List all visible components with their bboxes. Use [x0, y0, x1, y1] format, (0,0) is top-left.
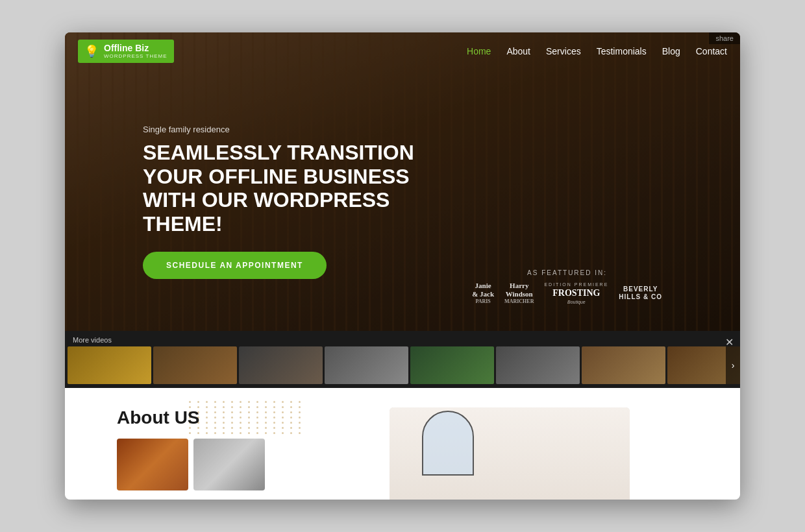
harry-line3: MARICHER [504, 298, 534, 305]
featured-label: AS FEATTURED IN: [472, 269, 662, 276]
harry-line2: Windson [504, 290, 534, 298]
about-right [390, 407, 688, 500]
more-videos-label: More videos [73, 336, 112, 344]
nav-blog[interactable]: Blog [662, 46, 680, 56]
frosting-bottom: Boutique [544, 299, 608, 305]
about-photo [390, 407, 630, 500]
logo[interactable]: 💡 Offline Biz WORDPRESS THEME [78, 40, 174, 63]
video-thumb-5[interactable] [410, 346, 494, 384]
nav-testimonials[interactable]: Testimonials [597, 46, 647, 56]
video-thumb-1[interactable] [68, 346, 151, 384]
about-title: About US [117, 407, 200, 428]
logo-beverly-hills: BEVERLY HILLS & CO [619, 285, 662, 301]
logo-frosting: EDITION PREMIERE FROSTING Boutique [544, 282, 608, 305]
video-thumb-3[interactable] [239, 346, 323, 384]
nav-home[interactable]: Home [467, 46, 491, 56]
video-strip: More videos ✕ › [65, 331, 740, 388]
janie-jack-line1: Janie [472, 282, 494, 290]
featured-in: AS FEATTURED IN: Janie & Jack PARIS Harr… [472, 269, 662, 305]
nav-links: Home About Services Testimonials Blog Co… [467, 46, 727, 56]
video-thumb-4[interactable] [325, 346, 408, 384]
about-image-2 [193, 439, 265, 490]
about-section: About US [65, 388, 740, 500]
janie-jack-line3: PARIS [472, 298, 494, 305]
harry-line1: Harry [504, 282, 534, 290]
hero-title: SEAMLESSLY TRANSITION YOUR OFFLINE BUSIN… [143, 141, 454, 236]
about-image-1 [117, 439, 188, 490]
frosting-main: FROSTING [544, 287, 608, 299]
logo-janie-jack: Janie & Jack PARIS [472, 282, 494, 305]
logo-text: Offline Biz WORDPRESS THEME [104, 43, 167, 59]
hero-content: Single family residence SEAMLESSLY TRANS… [143, 125, 454, 279]
arch-window [422, 411, 474, 476]
video-thumbnails [65, 346, 740, 388]
nav-contact[interactable]: Contact [696, 46, 727, 56]
nav-about[interactable]: About [506, 46, 530, 56]
logo-title: Offline Biz [104, 43, 167, 53]
video-thumb-7[interactable] [582, 346, 665, 384]
about-images [117, 439, 364, 490]
about-left: About US [117, 407, 364, 500]
beverly-line1: BEVERLY [619, 285, 662, 293]
hero-subtitle: Single family residence [143, 125, 454, 134]
nav-services[interactable]: Services [546, 46, 581, 56]
hero-section: share 💡 Offline Biz WORDPRESS THEME Home… [65, 32, 740, 331]
strip-next-button[interactable]: › [726, 346, 740, 384]
logo-icon: 💡 [84, 44, 99, 58]
logo-subtitle: WORDPRESS THEME [104, 53, 167, 59]
janie-jack-line2: & Jack [472, 290, 494, 298]
dot-pattern [189, 401, 304, 434]
logo-harry-windson: Harry Windson MARICHER [504, 282, 534, 305]
about-title-wrap: About US [117, 407, 200, 428]
frosting-top: EDITION PREMIERE [544, 282, 608, 287]
video-thumb-6[interactable] [496, 346, 580, 384]
browser-window: share 💡 Offline Biz WORDPRESS THEME Home… [65, 32, 740, 500]
video-thumb-2[interactable] [153, 346, 237, 384]
navbar: 💡 Offline Biz WORDPRESS THEME Home About… [65, 32, 740, 70]
cta-button[interactable]: SCHEDULE AN APPOINTMENT [143, 252, 327, 279]
beverly-line2: HILLS & CO [619, 293, 662, 301]
featured-logos: Janie & Jack PARIS Harry Windson MARICHE… [472, 282, 662, 305]
